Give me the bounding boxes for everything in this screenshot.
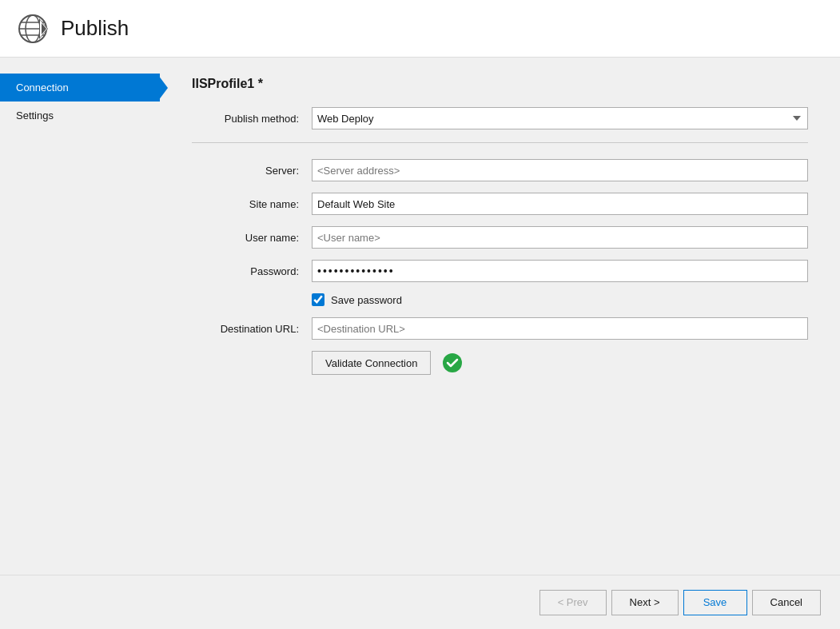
user-name-label: User name: — [192, 232, 312, 244]
site-name-input[interactable] — [312, 193, 808, 215]
site-name-label: Site name: — [192, 198, 312, 210]
password-label: Password: — [192, 265, 312, 277]
server-label: Server: — [192, 165, 312, 177]
user-name-row: User name: — [192, 226, 808, 249]
main-container: Connection Settings IISProfile1 * Publis… — [0, 58, 840, 629]
svg-point-8 — [443, 353, 462, 372]
save-password-label[interactable]: Save password — [331, 294, 402, 306]
destination-url-label: Destination URL: — [192, 323, 312, 335]
sidebar: Connection Settings — [0, 58, 160, 629]
sidebar-item-label-connection: Connection — [16, 82, 69, 94]
destination-url-row: Destination URL: — [192, 317, 808, 340]
publish-method-row: Publish method: Web Deploy Web Deploy Pa… — [192, 107, 808, 129]
header: Publish — [0, 0, 840, 58]
footer: < Prev Next > Save Cancel — [0, 575, 840, 629]
publish-method-select[interactable]: Web Deploy Web Deploy Package FTP File S… — [312, 107, 808, 129]
publish-method-label: Publish method: — [192, 113, 312, 125]
form-divider — [192, 142, 808, 143]
profile-title: IISProfile1 * — [192, 77, 808, 91]
password-row: Password: — [192, 260, 808, 282]
cancel-button[interactable]: Cancel — [752, 590, 821, 615]
validate-row: Validate Connection — [312, 351, 808, 375]
sidebar-item-label-settings: Settings — [16, 109, 54, 121]
content-area: IISProfile1 * Publish method: Web Deploy… — [160, 58, 840, 629]
page-title: Publish — [61, 16, 129, 41]
save-button[interactable]: Save — [683, 590, 747, 615]
connection-valid-icon — [442, 352, 463, 373]
next-button[interactable]: Next > — [611, 590, 679, 615]
site-name-row: Site name: — [192, 193, 808, 215]
user-name-input[interactable] — [312, 226, 808, 249]
sidebar-item-connection[interactable]: Connection — [0, 74, 160, 102]
password-input[interactable] — [312, 260, 808, 282]
server-row: Server: — [192, 159, 808, 181]
prev-button[interactable]: < Prev — [539, 590, 607, 615]
server-input[interactable] — [312, 159, 808, 181]
save-password-checkbox[interactable] — [312, 293, 324, 306]
validate-connection-button[interactable]: Validate Connection — [312, 351, 431, 375]
sidebar-item-settings[interactable]: Settings — [0, 102, 160, 129]
destination-url-input[interactable] — [312, 317, 808, 340]
save-password-row: Save password — [312, 293, 808, 306]
globe-icon — [16, 12, 50, 46]
